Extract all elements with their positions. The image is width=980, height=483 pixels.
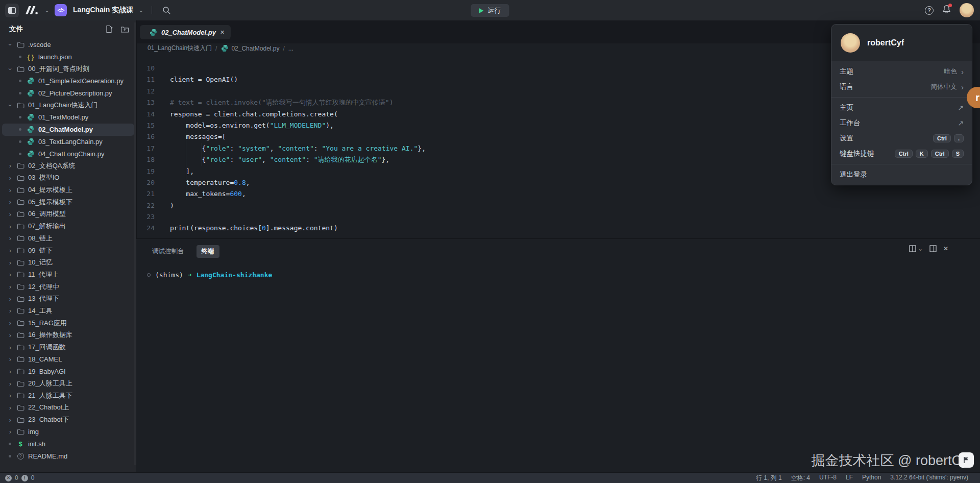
help-icon[interactable]: ? bbox=[925, 6, 934, 15]
tree-file-01_TextModel.py[interactable]: 01_TextModel.py bbox=[2, 111, 134, 124]
code-text: {"role": "system", "content": "You are a… bbox=[155, 143, 426, 154]
run-button[interactable]: 运行 bbox=[471, 4, 509, 17]
panel-tab-终端[interactable]: 终端 bbox=[197, 245, 219, 258]
chevron-collapsed-icon: › bbox=[7, 259, 13, 267]
tree-folder-01_LangChain快速入门[interactable]: ›01_LangChain快速入门 bbox=[2, 99, 134, 111]
logo-m-icon[interactable] bbox=[24, 5, 39, 15]
tree-folder-08_链上[interactable]: ›08_链上 bbox=[2, 232, 134, 245]
breadcrumb-label: 02_ChatModel.py bbox=[231, 45, 279, 52]
tree-folder-16_操作数据库[interactable]: ›16_操作数据库 bbox=[2, 329, 134, 342]
tree-item-label: 22_Chatbot上 bbox=[28, 403, 69, 412]
code-text: model=os.environ.get("LLM_MODELEND"), bbox=[155, 120, 334, 131]
tree-folder-11_代理上[interactable]: ›11_代理上 bbox=[2, 269, 134, 281]
breadcrumb-item-2[interactable]: 02_ChatModel.py bbox=[220, 44, 279, 52]
tree-folder-17_回调函数[interactable]: ›17_回调函数 bbox=[2, 341, 134, 353]
tree-folder-05_提示模板下[interactable]: ›05_提示模板下 bbox=[2, 196, 134, 208]
tree-folder-00_开篇词_奇点时刻[interactable]: ›00_开篇词_奇点时刻 bbox=[2, 63, 134, 75]
menu-item-主题[interactable]: 主题暗色› bbox=[831, 64, 972, 79]
new-file-icon[interactable] bbox=[105, 25, 113, 33]
status-item-6[interactable]: 3.12.2 64-bit ('shims': pyenv) bbox=[890, 474, 968, 482]
tree-item-label: 00_开篇词_奇点时刻 bbox=[28, 64, 89, 74]
chevron-down-icon[interactable]: ⌄ bbox=[44, 7, 50, 14]
status-item-1[interactable]: 行 1, 列 1 bbox=[756, 474, 782, 482]
status-item-4[interactable]: LF bbox=[846, 474, 853, 482]
line-number: 22 bbox=[136, 200, 155, 211]
chevron-collapsed-icon: › bbox=[7, 186, 13, 194]
tree-file-03_TextLangChain.py[interactable]: 03_TextLangChain.py bbox=[2, 136, 134, 148]
tree-folder-04_提示模板上[interactable]: ›04_提示模板上 bbox=[2, 184, 134, 196]
juejin-flag-button[interactable] bbox=[959, 452, 974, 468]
breadcrumb-item-1[interactable]: 01_LangChain快速入门 bbox=[148, 44, 212, 53]
search-icon[interactable] bbox=[162, 6, 171, 15]
tree-item-label: 11_代理上 bbox=[28, 270, 59, 279]
menu-item-键盘快捷键[interactable]: 键盘快捷键CtrlKCtrlS bbox=[831, 146, 972, 161]
tree-file-init.sh[interactable]: $init.sh bbox=[2, 438, 134, 450]
tree-folder-09_链下[interactable]: ›09_链下 bbox=[2, 245, 134, 257]
tree-folder-20_人脉工具上[interactable]: ›20_人脉工具上 bbox=[2, 377, 134, 390]
tree-folder-13_代理下[interactable]: ›13_代理下 bbox=[2, 293, 134, 305]
code-line-23: 23 bbox=[136, 211, 980, 223]
menu-item-设置[interactable]: 设置Ctrl. bbox=[831, 131, 972, 146]
tree-file-02_ChatModel.py[interactable]: 02_ChatModel.py bbox=[2, 124, 134, 136]
warnings-count[interactable]: 0 bbox=[31, 474, 35, 481]
menu-item-工作台[interactable]: 工作台↗ bbox=[831, 115, 972, 131]
tree-folder-18_CAMEL[interactable]: ›18_CAMEL bbox=[2, 353, 134, 366]
tree-folder-06_调用模型[interactable]: ›06_调用模型 bbox=[2, 208, 134, 221]
close-panel-icon[interactable]: ✕ bbox=[943, 245, 948, 252]
tree-folder-15_RAG应用[interactable]: ›15_RAG应用 bbox=[2, 317, 134, 329]
tree-folder-12_代理中[interactable]: ›12_代理中 bbox=[2, 281, 134, 293]
tree-item-label: .vscode bbox=[28, 41, 51, 49]
chevron-collapsed-icon: › bbox=[7, 380, 13, 388]
tree-folder-19_BabyAGI[interactable]: ›19_BabyAGI bbox=[2, 366, 134, 378]
tree-file-01_SimpleTextGeneration.py[interactable]: 01_SimpleTextGeneration.py bbox=[2, 75, 134, 87]
new-folder-icon[interactable] bbox=[120, 26, 129, 33]
tree-file-README.md[interactable]: ?README.md bbox=[2, 450, 134, 462]
tree-file-04_ChatLongChain.py[interactable]: 04_ChatLongChain.py bbox=[2, 148, 134, 160]
warnings-icon[interactable]: ! bbox=[21, 475, 28, 481]
terminal-cwd: LangChain-shizhanke bbox=[197, 271, 273, 279]
line-number: 18 bbox=[136, 154, 155, 165]
toggle-sidebar-button[interactable] bbox=[5, 4, 19, 17]
status-item-5[interactable]: Python bbox=[862, 474, 881, 482]
tab-02-chatmodel[interactable]: 02_ChatModel.py ✕ bbox=[140, 25, 231, 39]
line-number: 13 bbox=[136, 97, 155, 108]
errors-icon[interactable]: ✕ bbox=[5, 475, 12, 481]
line-number: 19 bbox=[136, 166, 155, 177]
menu-item-主页[interactable]: 主页↗ bbox=[831, 100, 972, 115]
git-dot-icon bbox=[19, 153, 21, 155]
menu-item-退出登录[interactable]: 退出登录 bbox=[831, 167, 972, 182]
tree-item-label: 21_人脉工具下 bbox=[28, 391, 72, 400]
split-terminal-button[interactable]: ⌄ bbox=[909, 245, 923, 252]
chevron-right-icon: › bbox=[961, 67, 964, 76]
tree-folder-21_人脉工具下[interactable]: ›21_人脉工具下 bbox=[2, 390, 134, 402]
tree-folder-14_工具[interactable]: ›14_工具 bbox=[2, 305, 134, 317]
tree-folder-22_Chatbot上[interactable]: ›22_Chatbot上 bbox=[2, 402, 134, 414]
python-icon bbox=[27, 138, 35, 146]
tree-folder-img[interactable]: ›img bbox=[2, 426, 134, 438]
breadcrumb-item-3[interactable]: ... bbox=[288, 45, 293, 52]
git-dot-icon bbox=[19, 140, 21, 143]
maximize-panel-button[interactable] bbox=[929, 245, 937, 252]
status-item-3[interactable]: UTF-8 bbox=[819, 474, 837, 482]
tree-folder-.vscode[interactable]: ›.vscode bbox=[2, 39, 134, 51]
avatar[interactable] bbox=[960, 3, 974, 17]
tree-file-launch.json[interactable]: { }launch.json bbox=[2, 51, 134, 63]
status-item-2[interactable]: 空格: 4 bbox=[791, 474, 810, 482]
errors-count[interactable]: 0 bbox=[15, 474, 18, 481]
notifications-button[interactable] bbox=[942, 5, 951, 16]
terminal[interactable]: (shims) ➜ LangChain-shizhanke bbox=[136, 258, 980, 279]
tree-file-02_PictureDescription.py[interactable]: 02_PictureDescription.py bbox=[2, 87, 134, 100]
tree-folder-23_Chatbot下[interactable]: ›23_Chatbot下 bbox=[2, 414, 134, 426]
chevron-collapsed-icon: › bbox=[7, 271, 13, 278]
chevron-down-icon[interactable]: ⌄ bbox=[138, 7, 143, 14]
tree-item-label: 03_模型IO bbox=[28, 173, 59, 182]
panel-tab-调试控制台[interactable]: 调试控制台 bbox=[147, 245, 189, 258]
menu-item-语言[interactable]: 语言简体中文› bbox=[831, 79, 972, 94]
tree-folder-10_记忆[interactable]: ›10_记忆 bbox=[2, 256, 134, 269]
tree-folder-02_文档QA系统[interactable]: ›02_文档QA系统 bbox=[2, 160, 134, 172]
tree-item-label: 04_ChatLongChain.py bbox=[38, 150, 104, 158]
close-tab-icon[interactable]: ✕ bbox=[220, 29, 225, 36]
tree-folder-07_解析输出[interactable]: ›07_解析输出 bbox=[2, 220, 134, 232]
tree-folder-03_模型IO[interactable]: ›03_模型IO bbox=[2, 172, 134, 184]
folder-icon bbox=[16, 332, 24, 339]
